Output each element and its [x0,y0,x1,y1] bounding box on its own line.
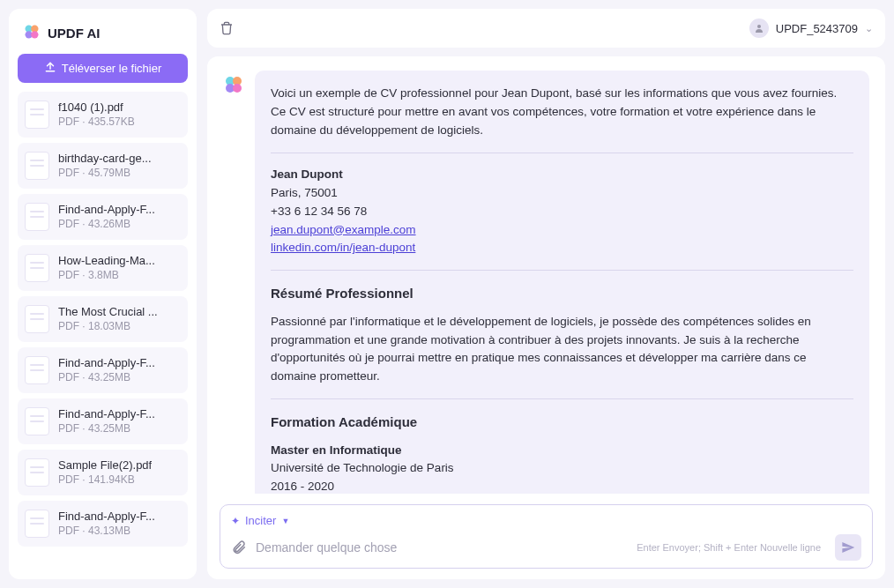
input-row: Enter Envoyer; Shift + Enter Nouvelle li… [231,534,861,561]
sparkle-icon: ✦ [231,515,240,527]
cv-city: Paris, 75001 [271,184,853,203]
file-item[interactable]: The Most Crucial ...PDF · 18.03MB [18,296,188,342]
divider [271,270,853,271]
file-item[interactable]: Find-and-Apply-F...PDF · 43.25MB [18,347,188,393]
divider [271,153,853,153]
file-name: birthday-card-ge... [58,152,152,165]
topbar: UPDF_5243709 ⌄ [207,9,885,48]
sidebar: UPDF AI Téléverser le fichier f1040 (1).… [9,9,197,579]
file-list: f1040 (1).pdfPDF · 435.57KB birthday-car… [18,92,188,569]
file-meta: PDF · 3.8MB [58,269,155,281]
cv-name: Jean Dupont [271,166,853,184]
file-meta: PDF · 141.94KB [58,473,152,486]
school: Université de Technologie de Paris [271,459,853,478]
pdf-file-icon [25,356,49,384]
message-body: Voici un exemple de CV professionnel pou… [255,71,869,494]
pdf-file-icon [25,305,49,333]
file-item[interactable]: f1040 (1).pdfPDF · 435.57KB [18,92,188,138]
inciter-dropdown[interactable]: ✦ Inciter ▼ [231,514,861,534]
caret-down-icon: ▼ [281,517,289,525]
user-menu[interactable]: UPDF_5243709 ⌄ [749,19,873,38]
file-meta: PDF · 43.25MB [58,422,155,435]
message-intro: Voici un exemple de CV professionnel pou… [271,85,853,140]
degree: Master en Informatique [271,442,853,460]
send-button[interactable] [835,534,861,561]
dates: 2016 - 2020 [271,478,853,494]
assistant-message: Voici un exemple de CV professionnel pou… [223,71,869,494]
divider [271,398,853,399]
main-area: UPDF_5243709 ⌄ Voici un exemple de CV pr… [207,9,885,579]
file-meta: PDF · 435.57KB [58,115,135,128]
formation-title: Formation Académique [271,412,853,432]
file-item[interactable]: birthday-card-ge...PDF · 45.79MB [18,143,188,189]
file-meta: PDF · 18.03MB [58,320,158,332]
app-header: UPDF AI [18,19,188,54]
file-name: How-Leading-Ma... [58,254,155,267]
pdf-file-icon [25,203,49,231]
file-meta: PDF · 43.26MB [58,218,155,230]
file-item[interactable]: Sample File(2).pdfPDF · 141.94KB [18,450,188,495]
pdf-file-icon [25,100,49,129]
file-meta: PDF · 43.13MB [58,525,155,537]
file-name: Find-and-Apply-F... [58,407,155,421]
resume-title: Résumé Professionnel [271,283,853,303]
pdf-file-icon [25,510,49,538]
file-item[interactable]: Find-and-Apply-F...PDF · 43.26MB [18,194,188,240]
app-title: UPDF AI [48,26,100,41]
pdf-file-icon [25,458,49,487]
file-item[interactable]: Find-and-Apply-F...PDF · 43.25MB [18,398,188,444]
svg-point-8 [233,84,242,93]
upload-button[interactable]: Téléverser le fichier [18,54,188,83]
file-meta: PDF · 45.79MB [58,167,152,179]
cv-email-link[interactable]: jean.dupont@example.com [271,223,416,236]
updf-logo-icon [23,23,41,43]
file-name: f1040 (1).pdf [58,100,135,114]
cv-linkedin-link[interactable]: linkedin.com/in/jean-dupont [271,241,415,254]
file-item[interactable]: How-Leading-Ma...PDF · 3.8MB [18,245,188,291]
chat-area: Voici un exemple de CV professionnel pou… [207,56,885,579]
file-name: The Most Crucial ... [58,305,158,318]
file-item[interactable]: Find-and-Apply-F...PDF · 43.13MB [18,501,188,547]
resume-body: Passionné par l'informatique et le dével… [271,313,853,387]
chevron-down-icon: ⌄ [865,23,873,34]
file-name: Find-and-Apply-F... [58,510,155,523]
username: UPDF_5243709 [776,22,858,35]
avatar [749,19,769,38]
input-hint: Enter Envoyer; Shift + Enter Nouvelle li… [637,542,821,553]
file-meta: PDF · 43.25MB [58,371,155,383]
pdf-file-icon [25,152,49,180]
delete-button[interactable] [220,21,234,35]
upload-icon [44,61,56,76]
assistant-avatar-icon [223,74,244,95]
file-name: Sample File(2).pdf [58,458,152,472]
upload-label: Téléverser le fichier [62,62,161,75]
svg-point-3 [31,31,38,38]
chat-scroll[interactable]: Voici un exemple de CV professionnel pou… [207,56,885,494]
svg-point-4 [757,25,761,28]
file-name: Find-and-Apply-F... [58,356,155,369]
file-name: Find-and-Apply-F... [58,203,155,216]
inciter-label: Inciter [245,514,276,527]
input-box: ✦ Inciter ▼ Enter Envoyer; Shift + Enter… [220,504,873,569]
pdf-file-icon [25,407,49,435]
pdf-file-icon [25,254,49,282]
cv-phone: +33 6 12 34 56 78 [271,203,853,221]
attach-button[interactable] [231,540,247,555]
chat-input[interactable] [256,540,628,555]
